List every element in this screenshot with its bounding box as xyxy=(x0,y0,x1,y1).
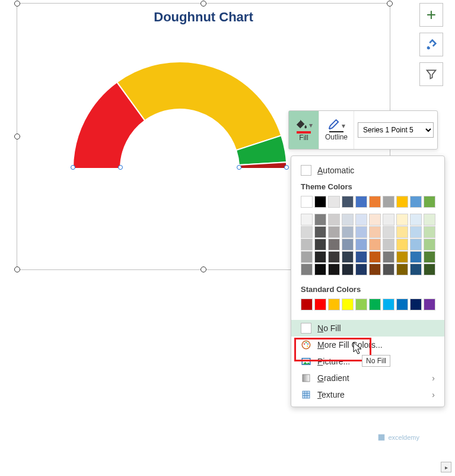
color-swatch[interactable] xyxy=(410,299,422,310)
resize-handle[interactable] xyxy=(14,266,20,272)
texture-option[interactable]: Texture › xyxy=(291,386,444,403)
triangle-right-icon: ▸ xyxy=(445,464,448,471)
color-swatch[interactable] xyxy=(410,264,422,275)
color-swatch[interactable] xyxy=(383,196,394,208)
color-swatch[interactable] xyxy=(301,196,313,208)
color-swatch[interactable] xyxy=(369,299,381,310)
color-swatch[interactable] xyxy=(383,299,394,310)
color-swatch[interactable] xyxy=(314,214,326,226)
chart-filters-button[interactable] xyxy=(419,62,443,86)
color-swatch[interactable] xyxy=(369,251,381,263)
color-swatch[interactable] xyxy=(383,239,394,250)
color-swatch[interactable] xyxy=(355,196,367,208)
color-swatch[interactable] xyxy=(396,196,408,208)
color-swatch[interactable] xyxy=(355,239,367,250)
color-swatch[interactable] xyxy=(424,251,435,263)
color-swatch[interactable] xyxy=(396,251,408,263)
doughnut-plot[interactable] xyxy=(61,50,298,169)
color-swatch[interactable] xyxy=(369,226,381,238)
color-swatch[interactable] xyxy=(396,299,408,310)
color-swatch[interactable] xyxy=(314,226,326,238)
color-swatch[interactable] xyxy=(424,299,435,310)
series-selector[interactable]: Series 1 Point 5 xyxy=(358,122,434,138)
chart-styles-button[interactable] xyxy=(419,33,443,56)
no-fill-option[interactable]: No Fill xyxy=(291,320,444,337)
gradient-option[interactable]: Gradient › xyxy=(291,370,444,386)
more-fill-label: More Fill Colors... xyxy=(317,340,383,350)
more-fill-colors-option[interactable]: More Fill Colors... xyxy=(291,337,444,353)
color-swatch[interactable] xyxy=(355,264,367,275)
color-swatch[interactable] xyxy=(355,299,367,310)
pen-icon: ▾ xyxy=(327,119,345,130)
color-swatch[interactable] xyxy=(396,226,408,238)
resize-handle[interactable] xyxy=(201,1,206,7)
color-swatch[interactable] xyxy=(396,239,408,250)
color-swatch[interactable] xyxy=(369,196,381,208)
watermark: exceldemy xyxy=(377,433,419,442)
color-swatch[interactable] xyxy=(369,239,381,250)
color-swatch[interactable] xyxy=(342,226,354,238)
color-swatch[interactable] xyxy=(410,239,422,250)
doughnut-svg[interactable] xyxy=(61,50,298,169)
color-swatch[interactable] xyxy=(410,226,422,238)
color-swatch[interactable] xyxy=(314,264,326,275)
color-swatch[interactable] xyxy=(383,226,394,238)
resize-handle[interactable] xyxy=(14,134,20,139)
resize-handle[interactable] xyxy=(14,1,20,7)
color-swatch[interactable] xyxy=(410,214,422,226)
color-swatch[interactable] xyxy=(328,226,340,238)
color-swatch[interactable] xyxy=(301,251,313,263)
color-swatch[interactable] xyxy=(410,196,422,208)
color-swatch[interactable] xyxy=(328,264,340,275)
color-swatch[interactable] xyxy=(424,264,435,275)
color-swatch[interactable] xyxy=(314,196,326,208)
color-swatch[interactable] xyxy=(383,251,394,263)
color-swatch[interactable] xyxy=(383,214,394,226)
chart-title[interactable]: Doughnut Chart xyxy=(17,9,390,25)
color-swatch[interactable] xyxy=(314,239,326,250)
color-swatch[interactable] xyxy=(424,226,435,238)
color-swatch[interactable] xyxy=(355,226,367,238)
color-swatch[interactable] xyxy=(342,251,354,263)
color-swatch[interactable] xyxy=(301,239,313,250)
color-swatch[interactable] xyxy=(396,264,408,275)
color-swatch[interactable] xyxy=(328,251,340,263)
color-swatch[interactable] xyxy=(424,239,435,250)
scroll-right-button[interactable]: ▸ xyxy=(441,462,451,472)
resize-handle[interactable] xyxy=(387,1,393,7)
color-swatch[interactable] xyxy=(355,214,367,226)
color-swatch[interactable] xyxy=(383,264,394,275)
color-swatch[interactable] xyxy=(301,226,313,238)
color-swatch[interactable] xyxy=(301,264,313,275)
color-swatch[interactable] xyxy=(342,214,354,226)
color-swatch[interactable] xyxy=(342,264,354,275)
color-swatch[interactable] xyxy=(314,251,326,263)
color-swatch[interactable] xyxy=(301,299,313,310)
color-swatch[interactable] xyxy=(328,214,340,226)
color-swatch[interactable] xyxy=(342,299,354,310)
color-swatch[interactable] xyxy=(369,264,381,275)
svg-point-6 xyxy=(304,360,306,361)
outline-button[interactable]: ▾ Outline xyxy=(319,111,354,149)
color-swatch[interactable] xyxy=(328,239,340,250)
color-swatch[interactable] xyxy=(396,214,408,226)
automatic-option[interactable]: Automatic xyxy=(291,162,444,179)
svg-point-3 xyxy=(307,343,308,344)
color-swatch[interactable] xyxy=(314,299,326,310)
color-swatch[interactable] xyxy=(301,214,313,226)
svg-point-1 xyxy=(304,343,305,344)
resize-handle[interactable] xyxy=(201,266,206,272)
color-swatch[interactable] xyxy=(355,251,367,263)
color-swatch[interactable] xyxy=(424,214,435,226)
color-swatch[interactable] xyxy=(328,299,340,310)
fill-dropdown-panel: Automatic Theme Colors Standard Colors N… xyxy=(291,156,445,407)
segment-2[interactable] xyxy=(117,62,281,150)
color-swatch[interactable] xyxy=(342,196,354,208)
chart-elements-button[interactable] xyxy=(419,3,443,27)
color-swatch[interactable] xyxy=(328,196,340,208)
fill-button[interactable]: ▾ Fill xyxy=(289,111,319,149)
color-swatch[interactable] xyxy=(342,239,354,250)
color-swatch[interactable] xyxy=(369,214,381,226)
color-swatch[interactable] xyxy=(424,196,435,208)
color-swatch[interactable] xyxy=(410,251,422,263)
